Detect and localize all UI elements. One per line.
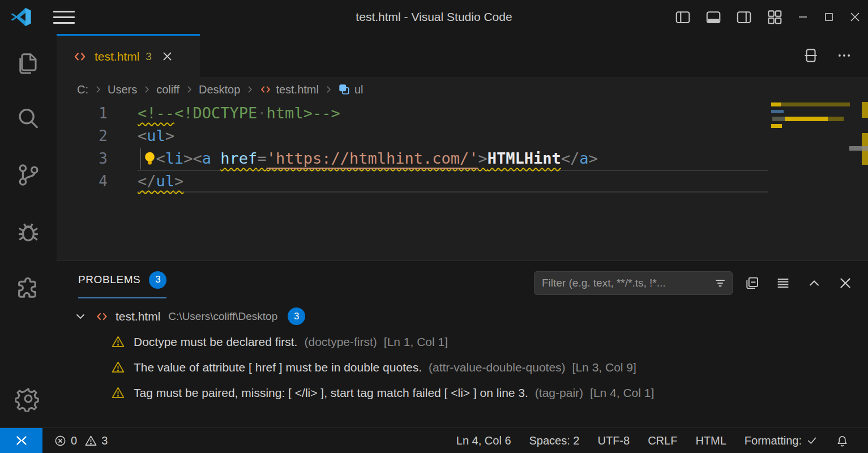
toggle-secondary-sidebar-icon[interactable] [729, 0, 759, 34]
code-line-2[interactable]: 2 <ul> [57, 125, 868, 147]
filter-input[interactable] [535, 277, 708, 289]
panel-title: PROBLEMS [78, 273, 140, 286]
breadcrumb-drive[interactable]: C: [77, 83, 88, 96]
problems-count-badge: 3 [149, 271, 166, 289]
filter-icon[interactable] [708, 276, 732, 290]
problems-tree: test.html C:\Users\coliff\Desktop 3 Doct… [57, 304, 868, 405]
breadcrumb-symbol-ul: ul [338, 83, 364, 96]
chevron-right-icon [184, 84, 194, 95]
maximize-panel-icon[interactable] [806, 275, 822, 291]
menu-icon[interactable] [53, 8, 75, 26]
html-file-icon [95, 310, 109, 323]
language-mode[interactable]: HTML [695, 434, 726, 447]
chevron-down-icon [74, 310, 87, 323]
file-problems-badge: 3 [288, 307, 305, 325]
warning-count: 3 [101, 434, 108, 447]
cursor-position[interactable]: Ln 4, Col 6 [456, 434, 511, 447]
overview-ruler-cursor [849, 146, 868, 151]
line-number: 3 [57, 147, 108, 170]
notifications-bell[interactable] [836, 434, 849, 447]
line-number: 1 [57, 102, 108, 125]
status-bar: 0 3 Ln 4, Col 6 Spaces: 2 UTF-8 CRLF HTM… [0, 428, 868, 453]
eol-sequence[interactable]: CRLF [648, 434, 677, 447]
chevron-right-icon [93, 84, 103, 95]
toggle-primary-sidebar-icon[interactable] [668, 0, 698, 34]
chevron-right-icon [142, 84, 152, 95]
maximize-icon[interactable] [816, 0, 842, 34]
problem-row[interactable]: Tag must be paired, missing: [ </li> ], … [57, 380, 868, 405]
error-circle-icon [54, 434, 67, 447]
check-icon [806, 435, 818, 446]
code-line-3[interactable]: 3 <li><a href='https://htmlhint.com/'>HT… [57, 147, 868, 170]
search-icon[interactable] [15, 105, 42, 133]
breadcrumb: C: Users coliff Desktop test.html ul [57, 77, 868, 102]
close-panel-icon[interactable] [837, 275, 853, 291]
problems-file-row[interactable]: test.html C:\Users\coliff\Desktop 3 [57, 304, 868, 329]
collapse-all-icon[interactable] [744, 275, 760, 291]
vscode-logo-icon [10, 6, 32, 28]
more-actions-icon[interactable] [836, 48, 852, 63]
line-number: 4 [57, 170, 108, 193]
chevron-right-icon [323, 84, 333, 95]
editor-actions [802, 34, 852, 77]
split-editor-icon[interactable] [802, 47, 819, 64]
tab-test-html[interactable]: test.html 3 [57, 34, 200, 77]
status-problems[interactable]: 0 3 [54, 434, 111, 447]
run-debug-icon[interactable] [15, 218, 42, 245]
symbol-element-icon [338, 83, 350, 96]
lightbulb-icon[interactable] [142, 151, 157, 167]
extensions-icon[interactable] [15, 274, 42, 301]
breadcrumb-users[interactable]: Users [108, 83, 137, 96]
source-control-icon[interactable] [15, 161, 42, 189]
encoding[interactable]: UTF-8 [597, 434, 630, 447]
breadcrumb-file: test.html [259, 83, 319, 96]
remote-indicator[interactable] [0, 428, 42, 453]
html-file-icon [259, 83, 272, 96]
minimap[interactable] [770, 102, 852, 260]
problems-panel: PROBLEMS 3 [57, 260, 868, 428]
panel-actions [744, 271, 853, 295]
view-mode-icon[interactable] [775, 275, 791, 291]
problems-file-name: test.html [116, 310, 160, 323]
code-line-4[interactable]: 4 </ul> [57, 170, 868, 193]
vscode-window: test.html - Visual Studio Code [0, 0, 868, 453]
breadcrumb-desktop[interactable]: Desktop [199, 83, 240, 96]
bell-icon [836, 434, 849, 447]
window-title: test.html - Visual Studio Code [356, 0, 512, 34]
warning-triangle-icon [84, 434, 97, 447]
minimize-icon[interactable] [790, 0, 816, 34]
warning-triangle-icon [111, 335, 125, 349]
warning-triangle-icon [111, 360, 125, 374]
problems-filter [534, 271, 733, 295]
chevron-right-icon [245, 84, 255, 95]
editor-area: test.html 3 C: Users coliff [57, 34, 868, 428]
settings-gear-icon[interactable] [15, 385, 42, 412]
indentation[interactable]: Spaces: 2 [529, 434, 580, 447]
tab-close-icon[interactable] [161, 50, 173, 62]
tab-problems[interactable]: PROBLEMS 3 [78, 261, 166, 298]
close-window-icon[interactable] [842, 0, 868, 34]
problems-file-path: C:\Users\coliff\Desktop [168, 310, 277, 323]
customize-layout-icon[interactable] [759, 0, 790, 34]
remote-icon [14, 433, 29, 448]
title-bar: test.html - Visual Studio Code [0, 0, 868, 34]
tab-problem-count: 3 [146, 50, 152, 63]
problem-row[interactable]: The value of attribute [ href ] must be … [57, 354, 868, 380]
tab-bar: test.html 3 [57, 34, 868, 77]
formatting-status[interactable]: Formatting: [745, 434, 818, 447]
code-editor[interactable]: 1 <!--<!DOCTYPE·html>--> 2 <ul> 3 <li><a… [57, 102, 868, 260]
error-count: 0 [71, 434, 77, 447]
explorer-icon[interactable] [15, 50, 42, 77]
warning-triangle-icon [111, 386, 125, 400]
code-line-1[interactable]: 1 <!--<!DOCTYPE·html>--> [57, 102, 868, 125]
overview-ruler-warning [862, 102, 868, 118]
line-number: 2 [57, 125, 108, 147]
breadcrumb-coliff[interactable]: coliff [156, 83, 179, 96]
problem-row[interactable]: Doctype must be declared first. (doctype… [57, 329, 868, 354]
toggle-panel-icon[interactable] [698, 0, 729, 34]
tab-label: test.html [95, 50, 139, 63]
html-file-icon [72, 49, 87, 64]
activity-bar [0, 34, 57, 428]
